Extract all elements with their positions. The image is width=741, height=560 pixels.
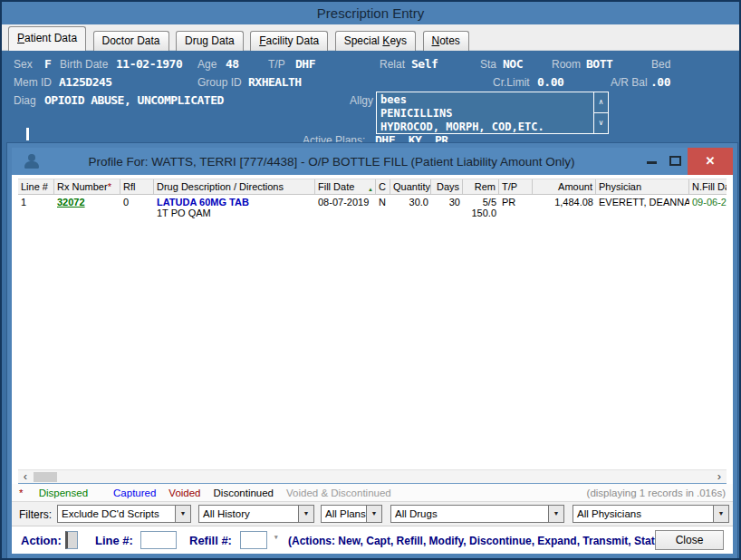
allergy-list: bees PENICILLINS HYDROCOD, MORPH, COD,ET… — [377, 92, 593, 133]
minimize-icon — [647, 161, 657, 164]
col-physician[interactable]: Physician — [596, 179, 689, 194]
window-controls: ✕ — [640, 148, 733, 175]
col-rx-number[interactable]: Rx Number* — [54, 179, 120, 194]
action-input[interactable] — [65, 531, 78, 549]
tp-value: DHF — [295, 57, 315, 71]
scroll-down-icon[interactable]: ∨ — [594, 113, 608, 133]
maximize-button[interactable] — [664, 148, 688, 175]
sort-ascending-icon: ▲ — [368, 187, 373, 192]
allergy-item[interactable]: PENICILLINS — [380, 107, 593, 121]
dropdown-arrow-icon[interactable]: ▼ — [298, 506, 313, 522]
col-rfl[interactable]: Rfl — [120, 179, 154, 194]
scripts-filter-dropdown[interactable]: Exclude DC'd Scripts▼ — [57, 505, 191, 523]
status-legend: * Dispensed Captured Voided Discontinued… — [12, 484, 733, 501]
col-fill-date[interactable]: Fill Date▲ — [315, 179, 376, 194]
close-button[interactable]: Close — [655, 530, 724, 550]
legend-voided-discontinued: Voided & Discontinued — [286, 488, 391, 498]
tp-label: T/P — [268, 58, 285, 71]
spin-marker-icon: ▾ — [274, 534, 278, 541]
scroll-up-icon[interactable]: ∧ — [594, 92, 608, 113]
row-rfl: 0 — [120, 195, 154, 226]
prescription-entry-window: Prescription Entry Patient Data Doctor D… — [0, 0, 741, 560]
relat-value: Self — [411, 57, 438, 71]
minimize-button[interactable] — [640, 148, 664, 175]
row-fill-date: 08-07-2019 — [315, 195, 376, 226]
horizontal-scrollbar[interactable]: ‹ › — [18, 469, 727, 484]
col-tp[interactable]: T/P — [499, 179, 533, 194]
allergy-listbox[interactable]: bees PENICILLINS HYDROCOD, MORPH, COD,ET… — [376, 92, 609, 134]
birth-date-value: 11-02-1970 — [116, 57, 182, 71]
ar-bal-label: A/R Bal — [611, 76, 648, 89]
actions-hint: (Actions: New, Capt, Refill, Modify, Dis… — [288, 535, 671, 547]
col-rem[interactable]: Rem — [463, 179, 499, 194]
row-quantity: 30.0 — [390, 195, 431, 226]
dropdown-arrow-icon[interactable]: ▼ — [366, 506, 381, 522]
ar-bal-value: .00 — [650, 75, 670, 89]
grid-header-row: Line # Rx Number* Rfl Drug Description /… — [18, 179, 727, 195]
row-c: N — [376, 195, 390, 226]
table-row[interactable]: 1 32072 0 LATUDA 60MG TAB 1T PO QAM 08-0… — [18, 195, 727, 226]
scrollbar-thumb[interactable] — [34, 472, 57, 482]
col-quantity[interactable]: Quantity — [390, 179, 431, 194]
scrollbar-track[interactable] — [33, 470, 712, 483]
tab-special-keys[interactable]: Special Keys — [335, 31, 416, 51]
allergy-scrollbar[interactable]: ∧ ∨ — [593, 92, 608, 133]
dropdown-arrow-icon[interactable]: ▼ — [175, 506, 190, 522]
room-label: Room — [552, 58, 581, 71]
profile-window: Profile For: WATTS, TERRI [777/4438] - O… — [7, 143, 737, 558]
filters-bar: Filters: Exclude DC'd Scripts▼ All Histo… — [12, 501, 733, 526]
rx-number-link[interactable]: 32072 — [54, 195, 120, 226]
drug-name: LATUDA 60MG TAB — [157, 197, 313, 208]
col-amount[interactable]: Amount — [533, 179, 596, 194]
profile-window-title: Profile For: WATTS, TERRI [777/4438] - O… — [12, 155, 733, 169]
refill-number-label: Refill #: — [189, 534, 232, 547]
col-next-fill-date[interactable]: N.Fill Date — [689, 179, 727, 194]
row-days: 30 — [431, 195, 463, 226]
scroll-left-icon[interactable]: ‹ — [18, 470, 33, 483]
row-tp: PR — [499, 195, 533, 226]
birth-date-label: Birth Date — [60, 58, 108, 71]
grid-empty-area — [18, 226, 727, 469]
row-line-number: 1 — [18, 195, 54, 226]
rem-refills: 5/5 — [466, 197, 496, 208]
col-drug-description[interactable]: Drug Description / Directions — [154, 179, 315, 194]
legend-captured: Captured — [113, 488, 156, 498]
allergy-item[interactable]: bees — [380, 93, 593, 107]
row-drug: LATUDA 60MG TAB 1T PO QAM — [154, 195, 315, 226]
plans-filter-dropdown[interactable]: All Plans▼ — [321, 505, 382, 523]
record-count-info: (displaying 1 records in .016s) — [587, 488, 726, 498]
col-days[interactable]: Days — [431, 179, 463, 194]
bed-label: Bed — [651, 58, 670, 71]
physicians-filter-dropdown[interactable]: All Physicians▼ — [573, 505, 729, 523]
main-window-title: Prescription Entry — [317, 5, 424, 21]
drugs-filter-dropdown[interactable]: All Drugs▼ — [390, 505, 564, 523]
action-bar: Action: Line #: Refill #: ▾ (Actions: Ne… — [12, 526, 733, 554]
line-number-input[interactable] — [140, 531, 177, 549]
tab-drug-data[interactable]: Drug Data — [176, 31, 244, 51]
close-window-button[interactable]: ✕ — [688, 148, 733, 175]
tab-patient-data[interactable]: Patient Data — [8, 26, 86, 51]
sta-label: Sta — [480, 58, 496, 71]
history-filter-dropdown[interactable]: All History▼ — [198, 505, 314, 523]
refill-number-input[interactable] — [240, 531, 267, 549]
scroll-right-icon[interactable]: › — [712, 470, 727, 483]
tab-doctor-data[interactable]: Doctor Data — [93, 31, 169, 51]
diag-value: OPIOID ABUSE, UNCOMPLICATED — [44, 93, 224, 107]
row-next-fill-date: 09-06-20 — [689, 195, 727, 226]
col-c[interactable]: C — [376, 179, 390, 194]
row-amount: 1,484.08 — [533, 195, 596, 226]
row-physician: EVERETT, DEANNA — [596, 195, 689, 226]
dropdown-arrow-icon[interactable]: ▼ — [713, 506, 728, 522]
tab-notes[interactable]: Notes — [423, 31, 469, 51]
room-value: BOTT — [586, 57, 612, 71]
tab-facility-data[interactable]: Facility Data — [250, 31, 328, 51]
col-line[interactable]: Line # — [18, 179, 54, 194]
allergy-item[interactable]: HYDROCOD, MORPH, COD,ETC. — [380, 121, 593, 133]
main-titlebar: Prescription Entry — [2, 2, 739, 24]
line-number-label: Line #: — [95, 534, 133, 547]
drug-directions: 1T PO QAM — [157, 208, 313, 218]
person-icon — [24, 154, 39, 169]
dropdown-arrow-icon[interactable]: ▼ — [548, 506, 563, 522]
mem-id-value: A125D245 — [59, 75, 112, 89]
relat-label: Relat — [380, 58, 405, 71]
